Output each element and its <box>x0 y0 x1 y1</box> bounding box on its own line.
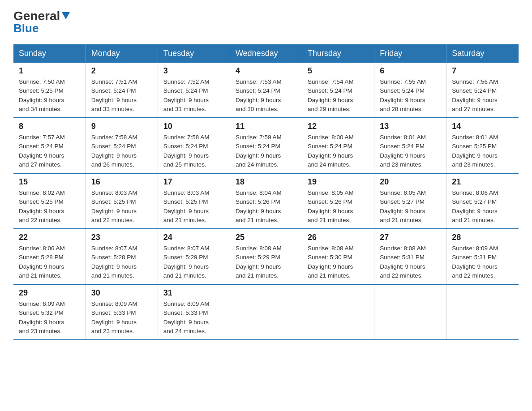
day-info: Sunrise: 7:52 AM Sunset: 5:24 PM Dayligh… <box>163 77 224 114</box>
calendar-cell: 16 Sunrise: 8:03 AM Sunset: 5:25 PM Dayl… <box>86 173 158 229</box>
day-info: Sunrise: 8:05 AM Sunset: 5:27 PM Dayligh… <box>380 188 441 225</box>
calendar-cell: 26 Sunrise: 8:08 AM Sunset: 5:30 PM Dayl… <box>302 229 374 284</box>
header-day-thursday: Thursday <box>302 44 374 63</box>
day-number: 13 <box>380 122 441 131</box>
day-info: Sunrise: 8:01 AM Sunset: 5:25 PM Dayligh… <box>452 133 513 169</box>
week-row-4: 22 Sunrise: 8:06 AM Sunset: 5:28 PM Dayl… <box>13 229 519 284</box>
day-number: 1 <box>19 66 80 76</box>
day-info: Sunrise: 8:08 AM Sunset: 5:29 PM Dayligh… <box>236 244 296 280</box>
day-info: Sunrise: 7:58 AM Sunset: 5:24 PM Dayligh… <box>163 133 224 169</box>
day-number: 9 <box>91 122 152 131</box>
day-number: 11 <box>236 122 296 131</box>
day-info: Sunrise: 7:50 AM Sunset: 5:25 PM Dayligh… <box>19 77 80 114</box>
calendar-cell: 25 Sunrise: 8:08 AM Sunset: 5:29 PM Dayl… <box>230 229 302 284</box>
header-day-wednesday: Wednesday <box>230 44 302 63</box>
day-number: 29 <box>19 288 80 298</box>
day-info: Sunrise: 8:09 AM Sunset: 5:33 PM Dayligh… <box>163 300 224 336</box>
day-number: 8 <box>19 122 80 131</box>
calendar-cell: 7 Sunrise: 7:56 AM Sunset: 5:24 PM Dayli… <box>446 63 519 118</box>
day-number: 10 <box>163 122 224 131</box>
calendar-cell: 1 Sunrise: 7:50 AM Sunset: 5:25 PM Dayli… <box>13 63 86 118</box>
day-number: 12 <box>308 122 369 131</box>
day-info: Sunrise: 7:59 AM Sunset: 5:24 PM Dayligh… <box>236 133 296 169</box>
day-info: Sunrise: 7:58 AM Sunset: 5:24 PM Dayligh… <box>91 133 152 169</box>
calendar-table: SundayMondayTuesdayWednesdayThursdayFrid… <box>13 44 519 340</box>
day-info: Sunrise: 8:09 AM Sunset: 5:33 PM Dayligh… <box>91 300 152 336</box>
day-info: Sunrise: 7:51 AM Sunset: 5:24 PM Dayligh… <box>91 77 152 114</box>
calendar-cell: 30 Sunrise: 8:09 AM Sunset: 5:33 PM Dayl… <box>86 284 158 340</box>
calendar-cell: 8 Sunrise: 7:57 AM Sunset: 5:24 PM Dayli… <box>13 118 86 173</box>
calendar-cell: 22 Sunrise: 8:06 AM Sunset: 5:28 PM Dayl… <box>13 229 86 284</box>
calendar-cell: 23 Sunrise: 8:07 AM Sunset: 5:28 PM Dayl… <box>86 229 158 284</box>
week-row-2: 8 Sunrise: 7:57 AM Sunset: 5:24 PM Dayli… <box>13 118 519 173</box>
day-info: Sunrise: 7:56 AM Sunset: 5:24 PM Dayligh… <box>452 77 513 114</box>
day-info: Sunrise: 8:03 AM Sunset: 5:25 PM Dayligh… <box>163 188 224 225</box>
logo-triangle-icon <box>61 10 71 20</box>
calendar-cell: 18 Sunrise: 8:04 AM Sunset: 5:26 PM Dayl… <box>230 173 302 229</box>
day-number: 20 <box>380 177 441 187</box>
day-info: Sunrise: 8:01 AM Sunset: 5:24 PM Dayligh… <box>380 133 441 169</box>
calendar-cell <box>302 284 374 340</box>
calendar-cell: 17 Sunrise: 8:03 AM Sunset: 5:25 PM Dayl… <box>158 173 230 229</box>
header-day-sunday: Sunday <box>13 44 86 63</box>
day-info: Sunrise: 8:08 AM Sunset: 5:30 PM Dayligh… <box>308 244 369 280</box>
calendar-cell <box>230 284 302 340</box>
day-number: 5 <box>308 66 369 76</box>
calendar-cell: 31 Sunrise: 8:09 AM Sunset: 5:33 PM Dayl… <box>158 284 230 340</box>
calendar-cell: 15 Sunrise: 8:02 AM Sunset: 5:25 PM Dayl… <box>13 173 86 229</box>
day-info: Sunrise: 7:54 AM Sunset: 5:24 PM Dayligh… <box>308 77 369 114</box>
header-row: SundayMondayTuesdayWednesdayThursdayFrid… <box>13 44 519 63</box>
calendar-cell: 19 Sunrise: 8:05 AM Sunset: 5:26 PM Dayl… <box>302 173 374 229</box>
day-number: 19 <box>308 177 369 187</box>
page-header: General Blue <box>13 9 519 35</box>
day-number: 26 <box>308 233 369 242</box>
day-info: Sunrise: 8:08 AM Sunset: 5:31 PM Dayligh… <box>380 244 441 280</box>
calendar-header: SundayMondayTuesdayWednesdayThursdayFrid… <box>13 44 519 63</box>
day-info: Sunrise: 8:02 AM Sunset: 5:25 PM Dayligh… <box>19 188 80 225</box>
day-number: 16 <box>91 177 152 187</box>
calendar-cell: 4 Sunrise: 7:53 AM Sunset: 5:24 PM Dayli… <box>230 63 302 118</box>
day-info: Sunrise: 7:57 AM Sunset: 5:24 PM Dayligh… <box>19 133 80 169</box>
calendar-cell: 10 Sunrise: 7:58 AM Sunset: 5:24 PM Dayl… <box>158 118 230 173</box>
day-number: 4 <box>236 66 296 76</box>
calendar-cell: 27 Sunrise: 8:08 AM Sunset: 5:31 PM Dayl… <box>374 229 446 284</box>
day-number: 2 <box>91 66 152 76</box>
calendar-body: 1 Sunrise: 7:50 AM Sunset: 5:25 PM Dayli… <box>13 63 519 340</box>
calendar-cell: 21 Sunrise: 8:06 AM Sunset: 5:27 PM Dayl… <box>446 173 519 229</box>
calendar-cell <box>446 284 519 340</box>
day-number: 7 <box>452 66 513 76</box>
calendar-cell: 24 Sunrise: 8:07 AM Sunset: 5:29 PM Dayl… <box>158 229 230 284</box>
week-row-3: 15 Sunrise: 8:02 AM Sunset: 5:25 PM Dayl… <box>13 173 519 229</box>
header-day-saturday: Saturday <box>446 44 519 63</box>
calendar-cell: 2 Sunrise: 7:51 AM Sunset: 5:24 PM Dayli… <box>86 63 158 118</box>
day-number: 24 <box>163 233 224 242</box>
calendar-cell: 12 Sunrise: 8:00 AM Sunset: 5:24 PM Dayl… <box>302 118 374 173</box>
logo-blue-text: Blue <box>13 21 39 35</box>
day-info: Sunrise: 8:09 AM Sunset: 5:32 PM Dayligh… <box>19 300 80 336</box>
calendar-cell: 14 Sunrise: 8:01 AM Sunset: 5:25 PM Dayl… <box>446 118 519 173</box>
calendar-cell: 20 Sunrise: 8:05 AM Sunset: 5:27 PM Dayl… <box>374 173 446 229</box>
week-row-1: 1 Sunrise: 7:50 AM Sunset: 5:25 PM Dayli… <box>13 63 519 118</box>
day-info: Sunrise: 8:06 AM Sunset: 5:28 PM Dayligh… <box>19 244 80 280</box>
day-info: Sunrise: 7:55 AM Sunset: 5:24 PM Dayligh… <box>380 77 441 114</box>
calendar-cell: 9 Sunrise: 7:58 AM Sunset: 5:24 PM Dayli… <box>86 118 158 173</box>
calendar-cell: 29 Sunrise: 8:09 AM Sunset: 5:32 PM Dayl… <box>13 284 86 340</box>
day-number: 23 <box>91 233 152 242</box>
day-number: 27 <box>380 233 441 242</box>
svg-marker-0 <box>62 12 70 19</box>
logo: General Blue <box>13 9 71 35</box>
day-number: 22 <box>19 233 80 242</box>
day-number: 6 <box>380 66 441 76</box>
day-info: Sunrise: 8:07 AM Sunset: 5:28 PM Dayligh… <box>91 244 152 280</box>
calendar-cell: 3 Sunrise: 7:52 AM Sunset: 5:24 PM Dayli… <box>158 63 230 118</box>
day-info: Sunrise: 8:06 AM Sunset: 5:27 PM Dayligh… <box>452 188 513 225</box>
day-number: 21 <box>452 177 513 187</box>
calendar-cell: 6 Sunrise: 7:55 AM Sunset: 5:24 PM Dayli… <box>374 63 446 118</box>
day-number: 17 <box>163 177 224 187</box>
day-info: Sunrise: 8:05 AM Sunset: 5:26 PM Dayligh… <box>308 188 369 225</box>
header-day-friday: Friday <box>374 44 446 63</box>
header-day-monday: Monday <box>86 44 158 63</box>
day-number: 31 <box>163 288 224 298</box>
day-info: Sunrise: 8:04 AM Sunset: 5:26 PM Dayligh… <box>236 188 296 225</box>
week-row-5: 29 Sunrise: 8:09 AM Sunset: 5:32 PM Dayl… <box>13 284 519 340</box>
